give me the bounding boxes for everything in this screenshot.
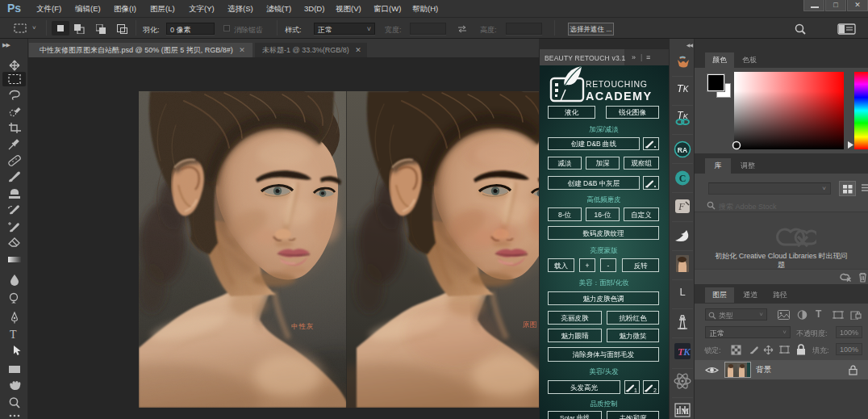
svg-text:2: 2 bbox=[653, 388, 657, 393]
svg-text:K: K bbox=[682, 346, 691, 358]
svg-text:C: C bbox=[679, 173, 686, 184]
svg-text:I M: I M bbox=[676, 407, 689, 416]
svg-text:F: F bbox=[678, 201, 685, 212]
svg-text:中性灰: 中性灰 bbox=[291, 322, 315, 330]
svg-text:1: 1 bbox=[634, 388, 637, 393]
svg-text:RA: RA bbox=[678, 146, 687, 154]
svg-text:T: T bbox=[10, 329, 17, 341]
svg-text:原图: 原图 bbox=[523, 321, 537, 329]
